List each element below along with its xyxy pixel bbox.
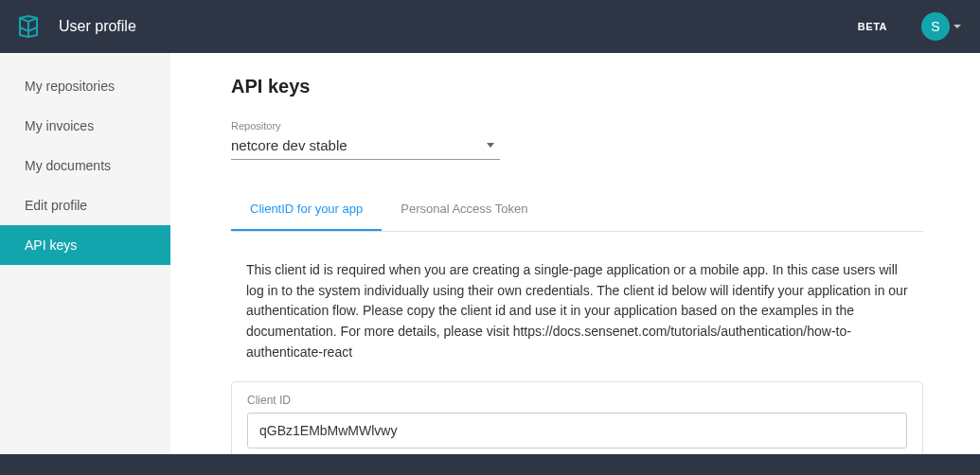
chevron-down-icon <box>953 25 961 28</box>
repository-select-label: Repository <box>231 120 923 132</box>
tab-client-id[interactable]: ClientID for your app <box>231 188 382 231</box>
logo-area: User profile <box>15 13 136 40</box>
page-header-title: User profile <box>59 18 136 35</box>
tabs: ClientID for your app Personal Access To… <box>231 188 923 232</box>
beta-badge: BETA <box>858 21 887 32</box>
app-header: User profile BETA S <box>0 0 980 53</box>
sidebar-item-my-documents[interactable]: My documents <box>0 146 170 185</box>
sidebar-item-edit-profile[interactable]: Edit profile <box>0 185 170 225</box>
sidebar-item-api-keys[interactable]: API keys <box>0 225 170 265</box>
avatar: S <box>921 12 950 41</box>
dropdown-arrow-icon <box>487 143 494 148</box>
tab-description: This client id is required when you are … <box>231 251 923 381</box>
repository-select-wrapper: Repository netcore dev stable <box>231 120 923 160</box>
repository-select[interactable]: netcore dev stable <box>231 133 500 160</box>
page-title: API keys <box>231 76 923 97</box>
client-id-label: Client ID <box>247 394 907 407</box>
sidebar: My repositories My invoices My documents… <box>0 53 170 454</box>
repository-select-value: netcore dev stable <box>231 137 347 153</box>
footer-bar <box>0 454 980 475</box>
tab-personal-access-token[interactable]: Personal Access Token <box>382 188 546 231</box>
client-id-card: Client ID <box>231 381 923 454</box>
app-logo-icon[interactable] <box>15 13 42 40</box>
main-content: API keys Repository netcore dev stable C… <box>170 53 980 454</box>
client-id-input[interactable] <box>247 413 907 449</box>
sidebar-item-my-invoices[interactable]: My invoices <box>0 106 170 146</box>
user-menu-button[interactable]: S <box>921 12 961 41</box>
sidebar-item-my-repositories[interactable]: My repositories <box>0 66 170 106</box>
